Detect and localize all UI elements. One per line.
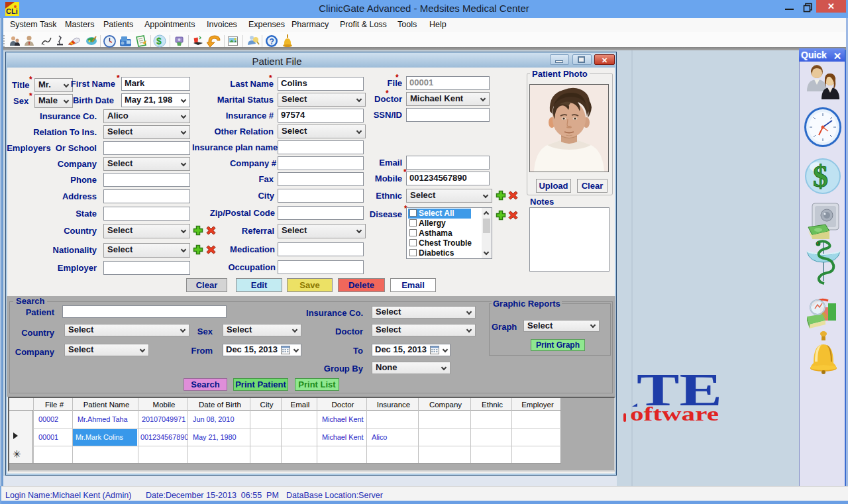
svg-text:$: $ (813, 160, 828, 193)
svg-text:$: $ (156, 36, 162, 46)
svg-text:?: ? (270, 37, 274, 46)
